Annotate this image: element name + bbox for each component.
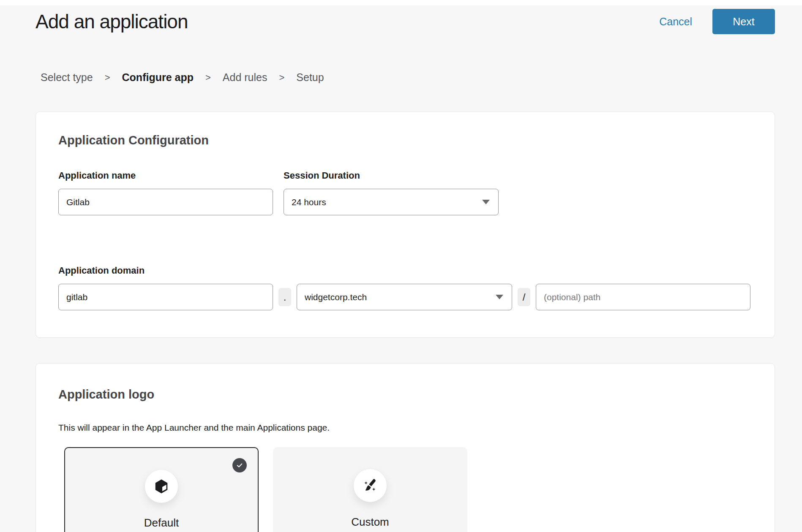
chevron-down-icon bbox=[482, 200, 490, 204]
page-header: Add an application Cancel Next bbox=[0, 5, 802, 35]
header-actions: Cancel Next bbox=[659, 9, 775, 34]
session-duration-label: Session Duration bbox=[284, 170, 499, 181]
application-logo-description: This will appear in the App Launcher and… bbox=[58, 423, 751, 433]
check-icon bbox=[236, 461, 243, 469]
slash-separator: / bbox=[518, 288, 530, 306]
application-logo-heading: Application logo bbox=[58, 387, 751, 402]
next-button[interactable]: Next bbox=[712, 9, 775, 34]
session-duration-field: Session Duration 24 hours bbox=[284, 170, 499, 215]
logo-option-default[interactable]: Default bbox=[64, 447, 259, 532]
name-session-row: Application name Session Duration 24 hou… bbox=[58, 170, 751, 215]
top-strip bbox=[0, 0, 802, 5]
application-name-field: Application name bbox=[58, 170, 273, 215]
session-duration-select[interactable]: 24 hours bbox=[284, 189, 499, 215]
domain-select[interactable]: widgetcorp.tech bbox=[297, 284, 512, 310]
custom-logo-circle bbox=[354, 469, 387, 502]
breadcrumb-step-setup[interactable]: Setup bbox=[296, 71, 324, 84]
logo-option-custom[interactable]: Custom bbox=[273, 447, 467, 532]
logo-options: Default Custom bbox=[64, 447, 751, 532]
paintbrush-icon bbox=[362, 477, 379, 494]
domain-value: widgetcorp.tech bbox=[305, 292, 367, 302]
breadcrumb-step-configure-app[interactable]: Configure app bbox=[122, 71, 194, 84]
logo-option-label: Custom bbox=[351, 516, 389, 529]
breadcrumb-separator: > bbox=[105, 72, 110, 83]
cube-icon bbox=[153, 478, 169, 494]
session-duration-value: 24 hours bbox=[292, 197, 326, 207]
breadcrumb-separator: > bbox=[205, 72, 211, 83]
breadcrumb-step-add-rules[interactable]: Add rules bbox=[223, 71, 267, 84]
cancel-button[interactable]: Cancel bbox=[659, 16, 692, 28]
breadcrumb: Select type > Configure app > Add rules … bbox=[41, 71, 802, 84]
breadcrumb-step-select-type[interactable]: Select type bbox=[41, 71, 93, 84]
default-logo-circle bbox=[145, 470, 178, 503]
application-domain-label: Application domain bbox=[58, 265, 751, 276]
selected-badge bbox=[232, 458, 247, 472]
application-configuration-card: Application Configuration Application na… bbox=[35, 111, 775, 338]
dot-separator: . bbox=[278, 288, 291, 306]
application-configuration-heading: Application Configuration bbox=[58, 133, 751, 147]
logo-option-label: Default bbox=[144, 516, 179, 529]
application-name-label: Application name bbox=[58, 170, 273, 181]
subdomain-input[interactable] bbox=[58, 284, 273, 310]
chevron-down-icon bbox=[496, 295, 503, 299]
application-name-input[interactable] bbox=[58, 189, 273, 215]
application-logo-card: Application logo This will appear in the… bbox=[35, 363, 775, 532]
breadcrumb-separator: > bbox=[279, 72, 284, 83]
path-input[interactable] bbox=[536, 284, 750, 310]
page-title: Add an application bbox=[35, 10, 188, 33]
application-domain-row: . widgetcorp.tech / bbox=[58, 284, 751, 310]
